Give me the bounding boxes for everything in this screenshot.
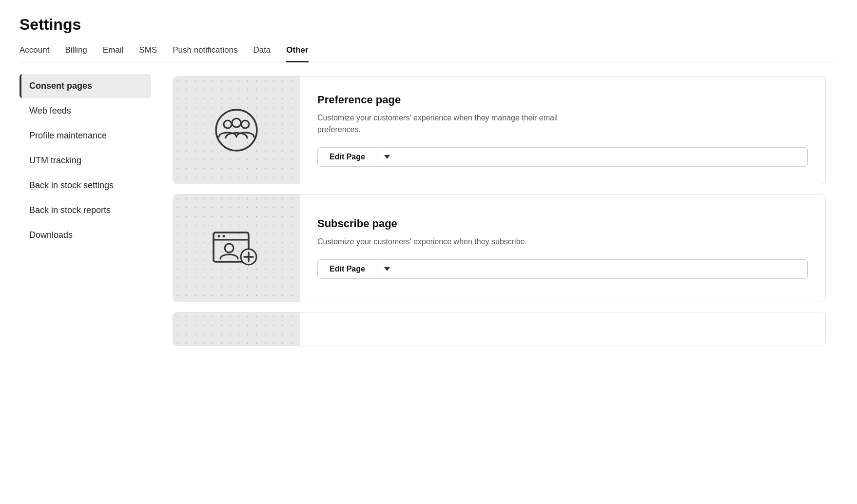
- page-title: Settings: [19, 16, 838, 34]
- subscribe-page-edit-dropdown[interactable]: [377, 260, 397, 278]
- tab-email[interactable]: Email: [103, 45, 124, 62]
- svg-point-7: [223, 235, 225, 237]
- preference-page-body: Preference page Customize your customers…: [300, 77, 825, 184]
- svg-point-6: [218, 235, 220, 237]
- top-nav: Account Billing Email SMS Push notificat…: [19, 45, 838, 62]
- preference-page-thumbnail: [173, 77, 300, 184]
- preference-page-edit-dropdown[interactable]: [377, 148, 397, 166]
- sidebar-item-web-feeds[interactable]: Web feeds: [19, 99, 151, 123]
- svg-point-8: [225, 244, 234, 252]
- sidebar: Consent pages Web feeds Profile maintena…: [19, 62, 161, 360]
- svg-point-3: [232, 118, 241, 127]
- sidebar-item-downloads[interactable]: Downloads: [19, 223, 151, 247]
- sidebar-item-profile-maintenance[interactable]: Profile maintenance: [19, 124, 151, 148]
- subscribe-page-edit-button[interactable]: Edit Page: [318, 260, 377, 278]
- partial-card-thumbnail: [173, 312, 300, 346]
- preference-page-edit-button[interactable]: Edit Page: [318, 148, 377, 166]
- subscribe-page-body: Subscribe page Customize your customers'…: [300, 194, 825, 302]
- tab-data[interactable]: Data: [253, 45, 271, 62]
- subscribe-page-thumbnail: [173, 194, 300, 302]
- svg-point-0: [216, 110, 257, 151]
- subscribe-page-description: Customize your customers' experience whe…: [317, 236, 571, 248]
- tab-billing[interactable]: Billing: [65, 45, 87, 62]
- main-layout: Consent pages Web feeds Profile maintena…: [19, 62, 838, 360]
- preference-page-description: Customize your customers' experience whe…: [317, 112, 571, 136]
- subscribe-icon: [210, 224, 263, 272]
- preference-page-card: Preference page Customize your customers…: [173, 76, 826, 184]
- subscribe-page-edit-group: Edit Page: [317, 259, 808, 279]
- users-icon: [212, 106, 261, 155]
- preference-page-edit-group: Edit Page: [317, 147, 808, 167]
- content-area: Preference page Customize your customers…: [161, 62, 838, 360]
- partial-card: [173, 312, 826, 346]
- preference-page-title: Preference page: [317, 94, 808, 106]
- sidebar-item-consent-pages[interactable]: Consent pages: [19, 74, 151, 98]
- sidebar-item-utm-tracking[interactable]: UTM tracking: [19, 149, 151, 173]
- chevron-down-icon: [384, 267, 390, 271]
- sidebar-item-back-in-stock-reports[interactable]: Back in stock reports: [19, 198, 151, 222]
- svg-point-2: [241, 120, 249, 128]
- tab-account[interactable]: Account: [19, 45, 49, 62]
- subscribe-page-title: Subscribe page: [317, 217, 808, 230]
- chevron-down-icon: [384, 155, 390, 159]
- sidebar-item-back-in-stock-settings[interactable]: Back in stock settings: [19, 174, 151, 197]
- subscribe-page-card: Subscribe page Customize your customers'…: [173, 194, 826, 302]
- tab-push-notifications[interactable]: Push notifications: [173, 45, 237, 62]
- svg-point-1: [224, 120, 232, 128]
- tab-other[interactable]: Other: [286, 45, 308, 62]
- tab-sms[interactable]: SMS: [139, 45, 157, 62]
